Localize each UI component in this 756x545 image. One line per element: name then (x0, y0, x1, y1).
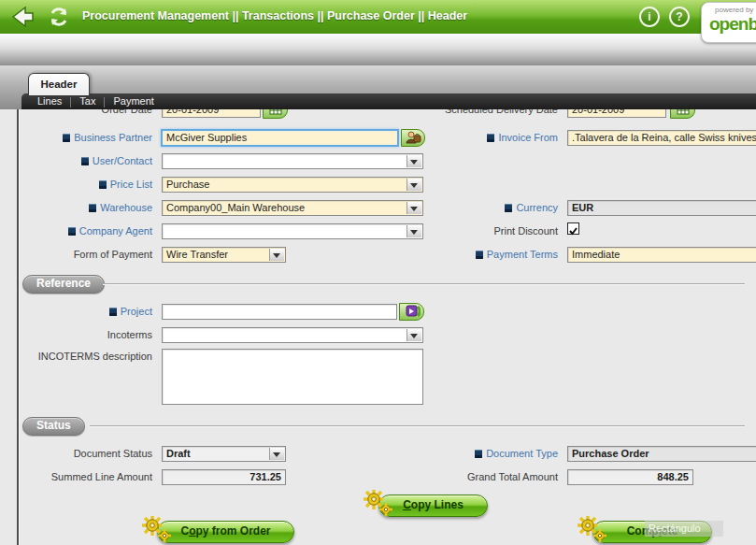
document-type-field: Purchase Order (567, 446, 756, 462)
business-partner-label: Business Partner (19, 131, 152, 144)
dropdown-arrow-icon (273, 452, 280, 457)
project-input[interactable] (162, 304, 397, 320)
document-type-label: Document Type (392, 447, 558, 460)
incoterms-description-label: INCOTERMS description (19, 350, 152, 363)
dropdown-arrow-icon (410, 160, 418, 165)
field-link-icon (476, 251, 483, 259)
dropdown-button[interactable] (407, 329, 421, 341)
warehouse-label: Warehouse (19, 201, 152, 214)
field-link-icon (475, 450, 482, 458)
dropdown-arrow-icon (410, 334, 418, 338)
document-status-label: Document Status (19, 447, 152, 460)
dropdown-button[interactable] (407, 155, 421, 167)
field-link-icon (109, 308, 117, 316)
grand-total-amount-field: 848.25 (567, 469, 693, 485)
user-contact-select[interactable] (162, 153, 423, 169)
invoice-from-input[interactable]: .Talavera de la Reina, calle Swiss knive… (567, 130, 756, 146)
gear-icon (577, 515, 608, 543)
field-link-icon (99, 180, 107, 189)
field-link-icon (68, 227, 76, 236)
dropdown-arrow-icon (410, 183, 418, 188)
powered-by-text: powered by (715, 6, 753, 14)
field-link-icon (81, 157, 89, 165)
subtab-payment[interactable]: Payment (105, 93, 162, 109)
summed-line-amount-field: 731.25 (162, 469, 286, 485)
price-list-select[interactable]: Purchase (162, 177, 423, 193)
copy-from-order-button[interactable]: Copy from Order (157, 521, 294, 543)
field-link-icon (487, 134, 494, 142)
field-link-icon (505, 204, 512, 212)
summed-line-amount-label: Summed Line Amount (19, 470, 152, 483)
refresh-icon[interactable] (47, 5, 71, 33)
incoterms-description-textarea[interactable] (162, 349, 423, 405)
dropdown-arrow-icon (273, 253, 280, 258)
project-label: Project (19, 305, 152, 318)
gear-icon (141, 515, 173, 543)
title-bar: Procurement Management || Transactions |… (0, 0, 756, 36)
project-search-button[interactable] (399, 303, 424, 321)
dropdown-button[interactable] (269, 448, 284, 460)
document-status-select[interactable]: Draft (162, 446, 286, 462)
annotation-overlay: Rectángulo (645, 521, 723, 537)
field-link-icon (89, 204, 96, 212)
warehouse-select[interactable]: Company00_Main Warehouse (162, 200, 423, 216)
dropdown-button[interactable] (269, 249, 284, 261)
business-partner-input[interactable]: McGiver Supplies (161, 129, 399, 147)
breadcrumb: Procurement Management || Transactions |… (82, 9, 467, 22)
user-contact-label: User/Contact (19, 154, 152, 167)
order-date-input[interactable]: 20-01-2009 (162, 109, 261, 118)
openbravo-logo: openbravo (709, 14, 756, 35)
form-of-payment-select[interactable]: Wire Transfer (162, 247, 286, 263)
order-date-label: Order Date (19, 109, 152, 116)
price-list-label: Price List (19, 178, 152, 191)
subtab-bar: LinesTaxPayment (21, 93, 756, 109)
dropdown-button[interactable] (407, 179, 421, 191)
order-date-calendar-button[interactable] (263, 109, 288, 119)
company-agent-select[interactable] (162, 223, 423, 239)
payment-terms-label: Payment Terms (392, 248, 558, 261)
grand-total-amount-label: Grand Total Amount (392, 470, 558, 483)
payment-terms-input[interactable]: Immediate (567, 247, 756, 263)
field-link-icon (63, 134, 70, 142)
section-line (90, 425, 745, 426)
print-discount-checkbox[interactable] (567, 222, 579, 235)
currency-field: EUR (567, 200, 756, 216)
help-icon[interactable]: ? (669, 7, 690, 27)
scheduled-delivery-date-input[interactable]: 20-01-2009 (567, 109, 666, 118)
scheduled-delivery-date-calendar-button[interactable] (670, 109, 695, 119)
scheduled-delivery-date-label: Scheduled Delivery Date (392, 109, 558, 116)
tab-header[interactable]: Header (28, 73, 90, 95)
section-line (103, 283, 745, 284)
form-area: Order Date 20-01-2009 Scheduled Delivery… (0, 109, 756, 545)
invoice-from-label: Invoice From (392, 131, 558, 144)
section-reference: Reference (22, 275, 105, 294)
info-icon[interactable]: i (639, 7, 660, 27)
powered-by-badge: powered by openbravo (701, 2, 756, 43)
section-status: Status (22, 417, 85, 436)
toolbar: Linked Items (0, 34, 756, 66)
incoterms-select[interactable] (162, 327, 423, 343)
form-of-payment-label: Form of Payment (19, 248, 152, 261)
currency-label: Currency (392, 201, 558, 214)
back-icon[interactable] (7, 4, 36, 34)
subtab-tax[interactable]: Tax (71, 93, 104, 109)
subtab-lines[interactable]: Lines (29, 93, 70, 109)
copy-lines-button[interactable]: Copy Lines (378, 495, 488, 517)
company-agent-label: Company Agent (19, 224, 152, 237)
gear-icon (363, 489, 394, 517)
print-discount-label: Print Discount (392, 224, 558, 237)
incoterms-label: Incoterms (19, 328, 152, 341)
